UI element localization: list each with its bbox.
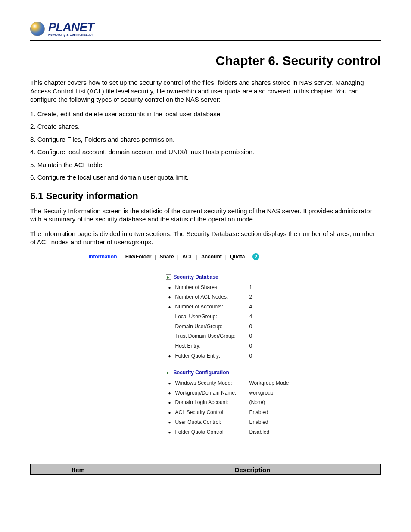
info-row: ●Number of Shares:1 (168, 283, 325, 292)
bullet-icon: ● (168, 428, 172, 436)
bullet-icon: ● (168, 418, 172, 426)
section-paragraph-1: The Security Information screen is the s… (30, 207, 381, 224)
info-value: Workgroup Mode (249, 378, 289, 388)
tab-separator: | (248, 254, 251, 260)
info-value: workgroup (249, 388, 274, 398)
tab-account[interactable]: Account (199, 254, 224, 260)
chapter-title: Chapter 6. Security control (30, 53, 381, 68)
info-value: Enabled (249, 408, 268, 417)
brand-tagline: Networking & Communication (48, 33, 94, 36)
section-heading: 6.1 Security information (30, 190, 381, 202)
tab-information[interactable]: Information (86, 254, 120, 260)
description-table: Item Description (30, 464, 381, 475)
brand-name: PLANET (48, 22, 94, 32)
numbered-item: 3. Configure Files, Folders and shares p… (30, 135, 381, 144)
tab-separator: | (177, 254, 180, 260)
numbered-item: 6. Configure the local user and domain u… (30, 173, 381, 182)
numbered-item: 4. Configure local account, domain accou… (30, 148, 381, 156)
info-label: Trust Domain User/Group: (175, 331, 246, 341)
info-label: Number of Accounts: (175, 302, 246, 312)
info-row: ●Domain Login Account:(None) (168, 398, 325, 408)
section-paragraph-2: The Information page is divided into two… (30, 230, 381, 246)
bullet-icon: ● (168, 293, 172, 301)
expand-icon[interactable] (166, 370, 171, 375)
info-value: (None) (249, 398, 265, 408)
info-row: ●Workgroup/Domain Name:workgroup (168, 388, 325, 398)
numbered-item: 5. Maintain the ACL table. (30, 161, 381, 169)
info-label: Host Entry: (175, 341, 246, 351)
bullet-icon: ● (168, 352, 172, 360)
info-value: 4 (249, 312, 252, 322)
info-label: Domain User/Group: (175, 322, 246, 332)
info-value: 0 (249, 331, 252, 341)
header-divider (30, 40, 381, 41)
info-row: ●User Quota Control:Enabled (168, 417, 325, 427)
info-label: Windows Security Mode: (175, 378, 246, 388)
info-label: Number of Shares: (175, 283, 246, 292)
tab-separator: | (224, 254, 227, 260)
bullet-icon: ● (168, 303, 172, 311)
tab-separator: | (120, 254, 123, 260)
info-row: ●Folder Quota Control:Disabled (168, 427, 325, 437)
info-value: 1 (249, 283, 252, 292)
info-row: ●Local User/Group:4 (168, 312, 325, 322)
tab-quota[interactable]: Quota (227, 254, 248, 260)
tab-bar: Information|File/Folder|Share|ACL|Accoun… (86, 252, 325, 261)
globe-icon (30, 22, 45, 36)
tab-separator: | (196, 254, 199, 260)
tab-acl[interactable]: ACL (180, 254, 196, 260)
info-label: Domain Login Account: (175, 398, 246, 408)
bullet-icon: ● (168, 283, 172, 292)
numbered-item: 1. Create, edit and delete user accounts… (30, 110, 381, 118)
info-value: 0 (249, 322, 252, 332)
info-row: ●Windows Security Mode:Workgroup Mode (168, 378, 325, 388)
table-header-description: Description (125, 464, 380, 474)
help-icon[interactable]: ? (252, 253, 259, 260)
info-row: ●Domain User/Group:0 (168, 322, 325, 332)
group-header: Security Database (166, 274, 325, 280)
numbered-item: 2. Create shares. (30, 122, 381, 131)
bullet-icon: ● (168, 408, 172, 417)
info-label: Workgroup/Domain Name: (175, 388, 246, 398)
info-value: Disabled (249, 427, 270, 437)
bullet-icon: ● (168, 389, 172, 397)
info-value: 0 (249, 341, 252, 351)
info-row: ●Number of ACL Nodes:2 (168, 292, 325, 302)
group-title: Security Configuration (174, 370, 229, 376)
intro-paragraph: This chapter covers how to set up the se… (30, 78, 381, 104)
info-value: 0 (249, 351, 252, 361)
info-label: User Quota Control: (175, 417, 246, 427)
bullet-icon: ● (168, 379, 172, 387)
info-value: Enabled (249, 417, 268, 427)
info-value: 2 (249, 292, 252, 302)
tab-file-folder[interactable]: File/Folder (123, 254, 154, 260)
info-row: ●Host Entry:0 (168, 341, 325, 351)
bullet-icon: ● (168, 398, 172, 407)
info-label: Folder Quota Entry: (175, 351, 246, 361)
info-label: Folder Quota Control: (175, 427, 246, 437)
brand-logo: PLANET Networking & Communication (30, 22, 381, 36)
info-row: ●Trust Domain User/Group:0 (168, 331, 325, 341)
info-label: Number of ACL Nodes: (175, 292, 246, 302)
group-title: Security Database (174, 274, 218, 280)
info-row: ●Number of Accounts:4 (168, 302, 325, 312)
group-header: Security Configuration (166, 370, 325, 376)
info-row: ●ACL Security Control:Enabled (168, 408, 325, 417)
info-value: 4 (249, 302, 252, 312)
info-label: ACL Security Control: (175, 408, 246, 417)
info-row: ●Folder Quota Entry:0 (168, 351, 325, 361)
table-header-item: Item (31, 464, 125, 474)
expand-icon[interactable] (166, 274, 171, 280)
tab-separator: | (154, 254, 157, 260)
tab-share[interactable]: Share (157, 254, 176, 260)
security-info-screenshot: Information|File/Folder|Share|ACL|Accoun… (86, 252, 325, 450)
info-label: Local User/Group: (175, 312, 246, 322)
